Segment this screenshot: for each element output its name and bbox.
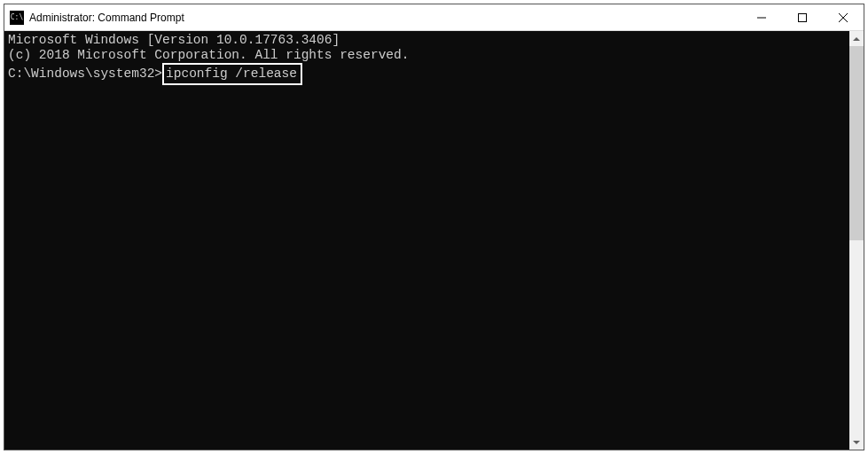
- window-controls: [741, 4, 864, 30]
- maximize-button[interactable]: [782, 4, 823, 30]
- close-icon: [839, 13, 848, 22]
- maximize-icon: [798, 13, 807, 22]
- minimize-button[interactable]: [741, 4, 782, 30]
- window-title: Administrator: Command Prompt: [29, 12, 741, 24]
- console-output[interactable]: Microsoft Windows [Version 10.0.17763.34…: [4, 31, 849, 450]
- close-button[interactable]: [823, 4, 864, 30]
- console-prompt-line: C:\Windows\system32>ipconfig /release: [8, 63, 849, 85]
- scroll-down-arrow-icon[interactable]: [849, 434, 864, 450]
- minimize-icon: [757, 13, 766, 22]
- console-prompt: C:\Windows\system32>: [8, 67, 162, 81]
- scroll-thumb[interactable]: [849, 46, 864, 240]
- cmd-icon: C:\: [10, 11, 24, 25]
- console-line-version: Microsoft Windows [Version 10.0.17763.34…: [8, 33, 849, 48]
- svg-marker-4: [853, 37, 860, 41]
- svg-rect-1: [799, 13, 807, 21]
- svg-marker-5: [853, 441, 860, 444]
- scroll-track[interactable]: [849, 46, 864, 434]
- command-prompt-window: C:\ Administrator: Command Prompt Micros…: [4, 4, 864, 450]
- console-line-copyright: (c) 2018 Microsoft Corporation. All righ…: [8, 48, 849, 63]
- scroll-up-arrow-icon[interactable]: [849, 31, 864, 46]
- titlebar[interactable]: C:\ Administrator: Command Prompt: [4, 4, 864, 31]
- vertical-scrollbar[interactable]: [849, 31, 864, 450]
- content-area: Microsoft Windows [Version 10.0.17763.34…: [4, 31, 864, 450]
- console-command-highlight: ipconfig /release: [162, 63, 302, 85]
